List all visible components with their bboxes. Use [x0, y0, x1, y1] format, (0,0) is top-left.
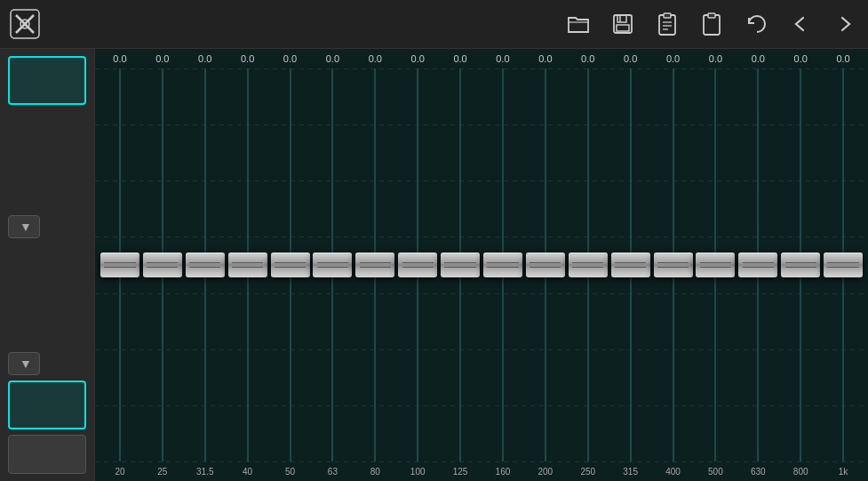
fader-knob-14[interactable] [696, 253, 735, 277]
fader-channel-2 [184, 68, 227, 461]
fader-knob-16[interactable] [781, 253, 820, 277]
fader-knob-6[interactable] [355, 253, 394, 277]
geq-dropdown-icon: ▼ [20, 220, 32, 234]
fader-value-12: 0.0 [609, 53, 652, 64]
freq-label-4: 50 [269, 467, 312, 477]
faders-container [95, 68, 868, 461]
lr-dropdown-icon: ▼ [20, 357, 32, 371]
fader-knob-11[interactable] [569, 253, 608, 277]
freq-label-16: 800 [779, 467, 822, 477]
fader-channel-13 [652, 68, 695, 461]
fader-value-7: 0.0 [396, 53, 439, 64]
svg-rect-10 [664, 13, 671, 18]
fader-value-17: 0.0 [822, 53, 864, 64]
freq-label-2: 31.5 [184, 467, 227, 477]
lr-button[interactable]: ▼ [8, 352, 40, 375]
grid-line-7 [95, 461, 868, 462]
fader-channel-3 [227, 68, 269, 461]
freq-label-9: 160 [482, 467, 524, 477]
fader-value-14: 0.0 [694, 53, 737, 64]
arrow-right-icon[interactable] [831, 10, 859, 38]
fader-channel-5 [311, 68, 354, 461]
on-button[interactable] [8, 56, 86, 105]
freq-labels-row: 202531.540506380100125160200250315400500… [95, 461, 868, 481]
values-row: 0.00.00.00.00.00.00.00.00.00.00.00.00.00… [95, 49, 868, 68]
arrow-left-icon[interactable] [786, 10, 815, 38]
fader-value-5: 0.0 [311, 53, 354, 64]
toolbar [564, 10, 859, 38]
svg-rect-6 [617, 15, 626, 22]
freq-label-7: 100 [396, 467, 439, 477]
fader-knob-4[interactable] [271, 253, 310, 277]
undo-icon[interactable] [742, 10, 770, 38]
freq-label-5: 63 [311, 467, 354, 477]
rta-section: ▼ [8, 349, 86, 375]
fader-knob-17[interactable] [824, 253, 863, 277]
post-button[interactable] [8, 435, 86, 474]
fader-value-2: 0.0 [184, 53, 227, 64]
fader-knob-3[interactable] [228, 253, 267, 277]
fader-knob-5[interactable] [313, 253, 352, 277]
fader-channel-15 [737, 68, 779, 461]
freq-label-1: 25 [141, 467, 184, 477]
fader-knob-10[interactable] [526, 253, 565, 277]
fader-value-15: 0.0 [737, 53, 779, 64]
fader-value-1: 0.0 [141, 53, 184, 64]
fader-channel-16 [779, 68, 822, 461]
fader-value-16: 0.0 [779, 53, 822, 64]
fader-knob-2[interactable] [186, 253, 225, 277]
freq-label-15: 630 [737, 467, 779, 477]
eq-area: 0.00.00.00.00.00.00.00.00.00.00.00.00.00… [95, 49, 868, 481]
fader-channel-7 [396, 68, 439, 461]
fader-value-4: 0.0 [269, 53, 312, 64]
fader-value-3: 0.0 [227, 53, 269, 64]
fader-channel-8 [439, 68, 482, 461]
fader-channel-4 [269, 68, 312, 461]
fader-knob-12[interactable] [611, 253, 650, 277]
sidebar: ▼ ▼ [0, 49, 95, 481]
geq-button[interactable]: ▼ [8, 215, 40, 238]
fader-knob-9[interactable] [483, 253, 522, 277]
freq-label-8: 125 [439, 467, 482, 477]
fader-value-13: 0.0 [652, 53, 695, 64]
fader-channel-6 [354, 68, 396, 461]
fader-value-8: 0.0 [439, 53, 482, 64]
fader-knob-7[interactable] [398, 253, 437, 277]
fader-knob-1[interactable] [143, 253, 182, 277]
follow-button[interactable] [8, 381, 86, 429]
fader-knob-15[interactable] [738, 253, 777, 277]
save-icon[interactable] [609, 10, 637, 38]
fader-channel-9 [482, 68, 524, 461]
freq-label-14: 500 [694, 467, 737, 477]
header-left [9, 8, 52, 40]
fader-channel-10 [524, 68, 567, 461]
fader-value-6: 0.0 [354, 53, 396, 64]
geq-section: ▼ [8, 215, 86, 238]
fader-knob-13[interactable] [654, 253, 693, 277]
clipboard-icon[interactable] [697, 10, 726, 38]
header [0, 0, 868, 49]
clipboard-doc-icon[interactable] [653, 10, 681, 38]
freq-label-17: 1k [822, 467, 864, 477]
svg-rect-15 [708, 13, 715, 18]
freq-label-13: 400 [652, 467, 695, 477]
open-folder-icon[interactable] [564, 10, 593, 38]
freq-label-3: 40 [227, 467, 269, 477]
main-area: ▼ ▼ 0.00.00.00.00.00.00.00.00.00.00.00.0… [0, 49, 868, 481]
fader-knob-8[interactable] [441, 253, 480, 277]
freq-label-12: 315 [609, 467, 652, 477]
fader-channel-1 [141, 68, 184, 461]
fader-channel-17 [822, 68, 864, 461]
fader-channel-11 [567, 68, 609, 461]
fader-value-10: 0.0 [524, 53, 567, 64]
freq-label-0: 20 [99, 467, 141, 477]
fader-value-11: 0.0 [567, 53, 609, 64]
fader-channel-12 [609, 68, 652, 461]
fader-knob-0[interactable] [100, 253, 139, 277]
logo-icon [9, 8, 41, 40]
freq-label-10: 200 [524, 467, 567, 477]
svg-rect-7 [617, 25, 629, 31]
fader-value-9: 0.0 [482, 53, 524, 64]
fader-channel-14 [694, 68, 737, 461]
fader-channel-0 [99, 68, 141, 461]
